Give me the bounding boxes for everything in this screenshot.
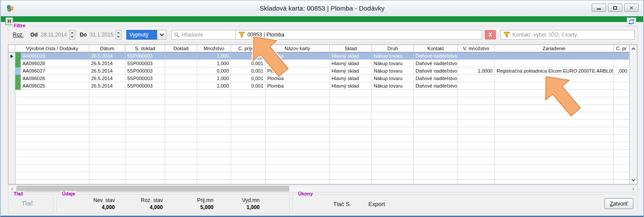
- cell-v-mnozstvo[interactable]: [458, 60, 495, 67]
- cell-c-pr[interactable]: [614, 157, 629, 165]
- cell-nazov-karty[interactable]: [265, 165, 330, 172]
- cell-serial[interactable]: [15, 150, 89, 157]
- cell-date[interactable]: [89, 172, 125, 180]
- cell-druh[interactable]: [372, 165, 414, 172]
- cell-sklad[interactable]: [330, 142, 372, 150]
- cell-doklad[interactable]: [165, 180, 197, 184]
- cell-c-pr[interactable]: [614, 180, 629, 184]
- cell-serial[interactable]: [15, 157, 89, 165]
- cell-date[interactable]: [89, 150, 125, 157]
- column-header-mnozstvo[interactable]: Množstvo: [197, 45, 231, 52]
- state-dropdown-value[interactable]: Vypnutý: [126, 30, 157, 40]
- cell-doklad[interactable]: [165, 90, 197, 97]
- cell-sklad[interactable]: Hlavný sklad: [330, 52, 372, 60]
- cell-nazov-karty[interactable]: [265, 112, 330, 120]
- cell-s-doklad[interactable]: 5SP000003: [125, 82, 165, 90]
- cell-zariadenie[interactable]: [495, 142, 614, 150]
- cell-sklad[interactable]: Hlavný sklad: [330, 60, 372, 67]
- cell-c-prijem[interactable]: [231, 165, 265, 172]
- cell-date[interactable]: [89, 180, 125, 184]
- cell-kontakt[interactable]: Daňové riaditeľstvo,: [414, 60, 458, 67]
- cell-c-prijem[interactable]: [231, 90, 265, 97]
- cell-doklad[interactable]: [165, 142, 197, 150]
- cell-doklad[interactable]: [165, 52, 197, 60]
- cell-sklad[interactable]: [330, 120, 372, 127]
- state-dropdown-button[interactable]: [157, 30, 166, 40]
- cell-druh[interactable]: [372, 127, 414, 135]
- cell-kontakt[interactable]: [414, 112, 458, 120]
- table-row[interactable]: AA09602526.5.20145SP0000031,0000,001Plom…: [8, 82, 637, 90]
- cell-nazov-karty[interactable]: Plomba: [265, 52, 330, 60]
- row-selector-cell[interactable]: [8, 127, 15, 135]
- cell-v-mnozstvo[interactable]: [458, 112, 495, 120]
- cell-serial[interactable]: [15, 180, 89, 184]
- cell-kontakt[interactable]: Daňové riaditeľstvo,: [414, 52, 458, 60]
- cell-s-doklad[interactable]: [125, 135, 165, 142]
- cell-mnozstvo[interactable]: [197, 127, 231, 135]
- cell-druh[interactable]: [372, 180, 414, 184]
- column-header-v-mnozstvo[interactable]: V. množstvo: [458, 45, 495, 52]
- cell-c-prijem[interactable]: [231, 112, 265, 120]
- row-selector-cell[interactable]: [8, 150, 15, 157]
- cell-druh[interactable]: [372, 90, 414, 97]
- cell-c-pr[interactable]: [614, 112, 629, 120]
- minimize-button[interactable]: [592, 4, 606, 12]
- cell-serial[interactable]: [15, 90, 89, 97]
- cell-mnozstvo[interactable]: [197, 112, 231, 120]
- cell-sklad[interactable]: [330, 172, 372, 180]
- cell-nazov-karty[interactable]: [265, 120, 330, 127]
- cell-mnozstvo[interactable]: [197, 180, 231, 184]
- cell-serial[interactable]: AA096025: [15, 82, 89, 90]
- cell-mnozstvo[interactable]: 0,000: [197, 67, 231, 75]
- cell-zariadenie[interactable]: [495, 105, 614, 112]
- cell-c-pr[interactable]: [614, 120, 629, 127]
- row-selector-cell[interactable]: [8, 75, 15, 82]
- cell-mnozstvo[interactable]: 1,000: [197, 60, 231, 67]
- cell-s-doklad[interactable]: [125, 120, 165, 127]
- cell-v-mnozstvo[interactable]: [458, 172, 495, 180]
- row-selector-cell[interactable]: [8, 112, 15, 120]
- cell-zariadenie[interactable]: [495, 120, 614, 127]
- cell-c-pr[interactable]: [614, 142, 629, 150]
- cell-v-mnozstvo[interactable]: [458, 52, 495, 60]
- cell-v-mnozstvo[interactable]: [458, 157, 495, 165]
- table-row[interactable]: AA09602826.5.20145SP0000031,0000,001Plom…: [8, 60, 637, 67]
- cell-v-mnozstvo[interactable]: [458, 127, 495, 135]
- cell-zariadenie[interactable]: [495, 127, 614, 135]
- cell-c-prijem[interactable]: 0,001: [231, 82, 265, 90]
- refresh-button[interactable]: [627, 18, 636, 26]
- row-selector-cell[interactable]: [8, 60, 15, 67]
- export-button[interactable]: Export: [368, 201, 385, 207]
- cell-sklad[interactable]: [330, 180, 372, 184]
- roz-link[interactable]: Roz.: [13, 30, 24, 40]
- cell-druh[interactable]: Nákup tovaru: [372, 82, 414, 90]
- table-row[interactable]: AA09602726.5.20145SP0000030,0000,001Plom…: [8, 67, 637, 75]
- cell-c-prijem[interactable]: 0,001: [231, 67, 265, 75]
- column-header-nazov-karty[interactable]: Názov karty: [265, 45, 330, 52]
- row-selector-cell[interactable]: [8, 97, 15, 105]
- cell-zariadenie[interactable]: [495, 90, 614, 97]
- cell-v-mnozstvo[interactable]: 1,0000: [458, 67, 495, 75]
- cell-serial[interactable]: [15, 165, 89, 172]
- cell-v-mnozstvo[interactable]: [458, 90, 495, 97]
- cell-serial[interactable]: [15, 142, 89, 150]
- cell-v-mnozstvo[interactable]: [458, 135, 495, 142]
- cell-date[interactable]: 26.5.2014: [89, 67, 125, 75]
- cell-s-doklad[interactable]: 5SP000003: [125, 67, 165, 75]
- scroll-up-button[interactable]: [630, 45, 637, 52]
- cell-zariadenie[interactable]: [495, 157, 614, 165]
- cell-kontakt[interactable]: Daňové riaditeľstvo,: [414, 67, 458, 75]
- cell-v-mnozstvo[interactable]: [458, 105, 495, 112]
- cell-kontakt[interactable]: [414, 142, 458, 150]
- cell-date[interactable]: 26.5.2014: [89, 82, 125, 90]
- column-header-serial[interactable]: Výrobné čísla / Dodávky: [15, 45, 89, 52]
- cell-nazov-karty[interactable]: [265, 172, 330, 180]
- cell-zariadenie[interactable]: [495, 75, 614, 82]
- row-selector-cell[interactable]: [8, 165, 15, 172]
- cell-nazov-karty[interactable]: [265, 150, 330, 157]
- cell-mnozstvo[interactable]: 1,000: [197, 52, 231, 60]
- cell-mnozstvo[interactable]: [197, 105, 231, 112]
- cell-sklad[interactable]: Hlavný sklad: [330, 82, 372, 90]
- cell-nazov-karty[interactable]: [265, 180, 330, 184]
- row-selector-cell[interactable]: [8, 172, 15, 180]
